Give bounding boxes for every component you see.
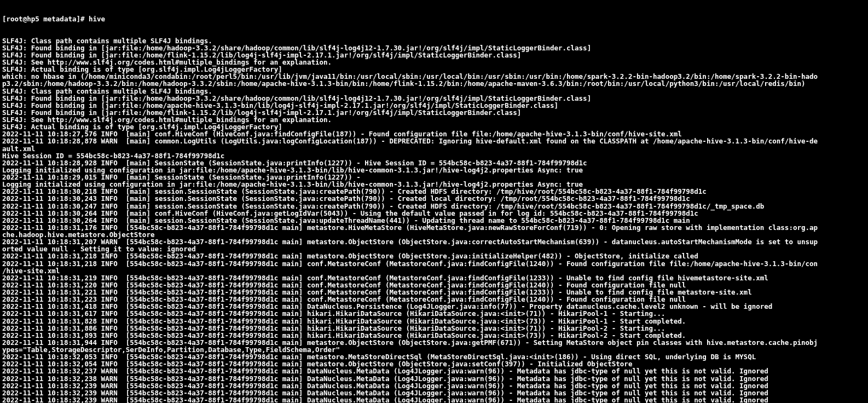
shell-prompt: [root@hp5 metadata]# (2, 15, 89, 23)
log-line: 2022-11-11 10:18:31,218 INFO [554bc58c-b… (2, 252, 866, 260)
log-line: SLF4J: Class path contains multiple SLF4… (2, 37, 866, 44)
log-line: Hive Session ID = 554bc58c-b823-4a37-88f… (2, 152, 866, 159)
log-line: 2022-11-11 10:18:31,218 INFO [554bc58c-b… (2, 260, 866, 267)
log-line: 2022-11-11 10:18:30,264 INFO [main] conf… (2, 210, 866, 217)
log-line: SLF4J: Found binding in [jar:file:/home/… (2, 102, 866, 109)
command-text: hive (89, 15, 105, 23)
log-line: 2022-11-11 10:18:32,238 WARN [554bc58c-b… (2, 375, 866, 382)
log-line: /hive-site.xml (2, 267, 866, 274)
log-line: 2022-11-11 10:18:32,239 WARN [554bc58c-b… (2, 389, 866, 396)
log-line: 2022-11-11 10:18:31,617 INFO [554bc58c-b… (2, 310, 866, 317)
log-line: 2022-11-11 10:18:30,264 INFO [main] sess… (2, 217, 866, 224)
log-line: 2022-11-11 10:18:32,239 WARN [554bc58c-b… (2, 396, 866, 403)
log-line: SLF4J: Class path contains multiple SLF4… (2, 88, 866, 95)
log-line: SLF4J: Found binding in [jar:file:/home/… (2, 95, 866, 102)
log-line: 2022-11-11 10:18:31,828 INFO [554bc58c-b… (2, 318, 866, 325)
log-line: 2022-11-11 10:18:28,878 WARN [main] comm… (2, 137, 866, 145)
log-line: 2022-11-11 10:18:30,247 INFO [main] sess… (2, 203, 866, 210)
log-line: SLF4J: Found binding in [jar:file:/home/… (2, 44, 866, 51)
log-line: 2022-11-11 10:18:31,886 INFO [554bc58c-b… (2, 325, 866, 332)
log-line: 2022-11-11 10:18:31,893 INFO [554bc58c-b… (2, 332, 866, 339)
terminal-window[interactable]: [root@hp5 metadata]# hive SLF4J: Class p… (0, 0, 868, 403)
log-line: ault.xml (2, 145, 866, 152)
log-line: 2022-11-11 10:18:28,928 INFO [main] Sess… (2, 159, 866, 166)
log-line: 2022-11-11 10:18:31,219 INFO [554bc58c-b… (2, 274, 866, 281)
log-line: 2022-11-11 10:18:30,243 INFO [main] sess… (2, 195, 866, 202)
log-line: p3.2/sbin:/home/hadoop-3.3.2/bin:/home/h… (2, 80, 866, 87)
log-line: 2022-11-11 10:18:32,237 WARN [554bc58c-b… (2, 367, 866, 375)
log-output: SLF4J: Class path contains multiple SLF4… (2, 37, 866, 403)
prompt-line[interactable]: [root@hp5 metadata]# hive (2, 15, 866, 22)
log-line: 2022-11-11 10:18:32,239 WARN [554bc58c-b… (2, 382, 866, 389)
